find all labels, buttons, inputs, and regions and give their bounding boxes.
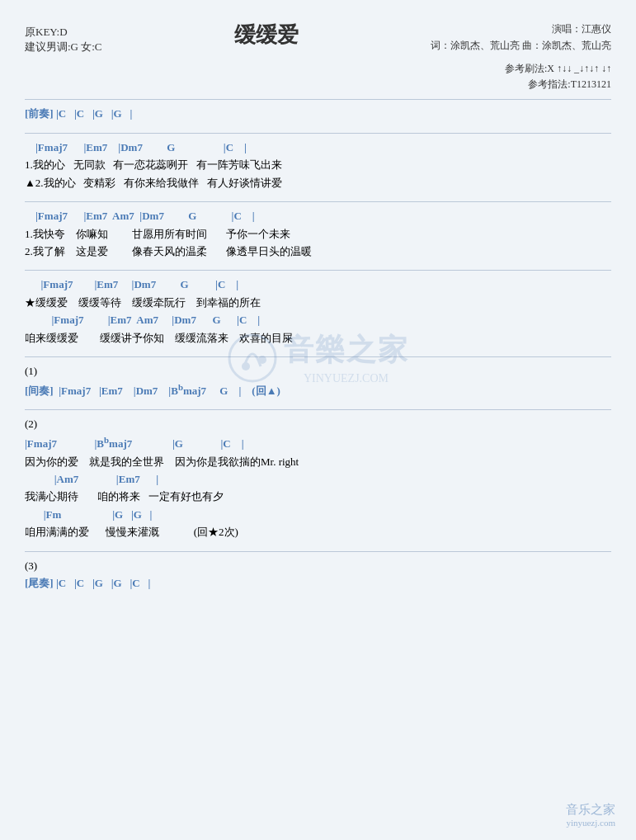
- suggest-label: 建议男调:G 女:C: [25, 40, 102, 54]
- verse2-chords: |Fmaj7 |Em7 Am7 |Dm7 G |C |: [25, 207, 611, 224]
- section2-lyric1: 因为你的爱 就是我的全世界 因为你是我欲揣的Mr. right: [25, 453, 611, 470]
- section2-chords2: |Am7 |Em7 |: [25, 470, 611, 488]
- verse1-section: |Fmaj7 |Em7 |Dm7 G |C | 1.我的心 无同款 有一恋花蕊咧…: [25, 139, 611, 191]
- chorus-section: |Fmaj7 |Em7 |Dm7 G |C | ★缓缓爱 缓缓等待 缓缓牵阮行 …: [25, 276, 611, 347]
- interlude-chords: [间奏] |Fmaj7 |Em7 |Dm7 |Bbmaj7 G | (回▲): [25, 380, 611, 400]
- footer-chinese: 音乐之家: [566, 802, 615, 818]
- section2-lyric3: 咱用满满的爱 慢慢来灌溉 (回★2次): [25, 523, 611, 540]
- header: 原KEY:D 建议男调:G 女:C 缓缓爱 演唱：江惠仪 词：涂凯杰、荒山亮 曲…: [25, 17, 611, 54]
- singer-label: 演唱：江惠仪: [552, 23, 611, 35]
- divider-5: [25, 409, 611, 410]
- divider-4: [25, 356, 611, 357]
- ref-fingering: 参考指法:T1213121: [25, 77, 611, 92]
- ref-section: 参考刷法:X ↑↓↓ _↓↑↓↑ ↓↑ 参考指法:T1213121: [25, 61, 611, 92]
- chorus-lyric1: ★缓缓爱 缓缓等待 缓缓牵阮行 到幸福的所在: [25, 294, 611, 311]
- lyricist-label: 词：涂凯杰、荒山亮 曲：涂凯杰、荒山亮: [431, 40, 611, 51]
- verse2-section: |Fmaj7 |Em7 Am7 |Dm7 G |C | 1.我快夸 你嘛知 甘愿…: [25, 207, 611, 260]
- song-title: 缓缓爱: [102, 17, 431, 50]
- section2: (2) |Fmaj7 |Bbmaj7 |G |C | 因为你的爱 就是我的全世界…: [25, 415, 611, 540]
- section2-chords1: |Fmaj7 |Bbmaj7 |G |C |: [25, 433, 611, 453]
- section2-lyric2: 我满心期待 咱的将来 一定有好也有夕: [25, 488, 611, 505]
- outro-chords: [尾奏] |C |C |G |G |C |: [25, 574, 611, 592]
- meta-right: 演唱：江惠仪 词：涂凯杰、荒山亮 曲：涂凯杰、荒山亮: [431, 17, 611, 54]
- divider-1: [25, 133, 611, 134]
- ref-strumming: 参考刷法:X ↑↓↓ _↓↑↓↑ ↓↑: [25, 61, 611, 77]
- top-divider: [25, 99, 611, 100]
- divider-2: [25, 201, 611, 202]
- footer: 音乐之家 yinyuezj.com: [566, 802, 615, 828]
- intro-chords: [前奏] |C |C |G |G |: [25, 105, 611, 122]
- verse1-chords: |Fmaj7 |Em7 |Dm7 G |C |: [25, 139, 611, 156]
- footer-url: yinyuezj.com: [566, 818, 615, 828]
- outro-label: (3): [25, 557, 611, 574]
- interlude-label: (1): [25, 362, 611, 380]
- verse1-lyric2: ▲2.我的心 变精彩 有你来给我做伴 有人好谈情讲爱: [25, 174, 611, 191]
- meta-left: 原KEY:D 建议男调:G 女:C: [25, 17, 102, 54]
- interlude-section: (1) [间奏] |Fmaj7 |Em7 |Dm7 |Bbmaj7 G | (回…: [25, 362, 611, 399]
- page: 原KEY:D 建议男调:G 女:C 缓缓爱 演唱：江惠仪 词：涂凯杰、荒山亮 曲…: [0, 0, 636, 840]
- chorus-lyric2: 咱来缓缓爱 缓缓讲予你知 缓缓流落来 欢喜的目屎: [25, 329, 611, 347]
- divider-3: [25, 270, 611, 271]
- chorus-chords1: |Fmaj7 |Em7 |Dm7 G |C |: [25, 276, 611, 293]
- divider-6: [25, 551, 611, 552]
- key-label: 原KEY:D: [25, 25, 102, 40]
- verse1-lyric1: 1.我的心 无同款 有一恋花蕊咧开 有一阵芳味飞出来: [25, 156, 611, 173]
- verse2-lyric2: 2.我了解 这是爱 像春天风的温柔 像透早日头的温暖: [25, 243, 611, 260]
- intro-section: [前奏] |C |C |G |G |: [25, 105, 611, 122]
- outro-section: (3) [尾奏] |C |C |G |G |C |: [25, 557, 611, 592]
- chorus-chords2: |Fmaj7 |Em7 Am7 |Dm7 G |C |: [25, 311, 611, 328]
- section2-chords3: |Fm |G |G |: [25, 506, 611, 523]
- section2-label: (2): [25, 415, 611, 432]
- verse2-lyric1: 1.我快夸 你嘛知 甘愿用所有时间 予你一个未来: [25, 225, 611, 243]
